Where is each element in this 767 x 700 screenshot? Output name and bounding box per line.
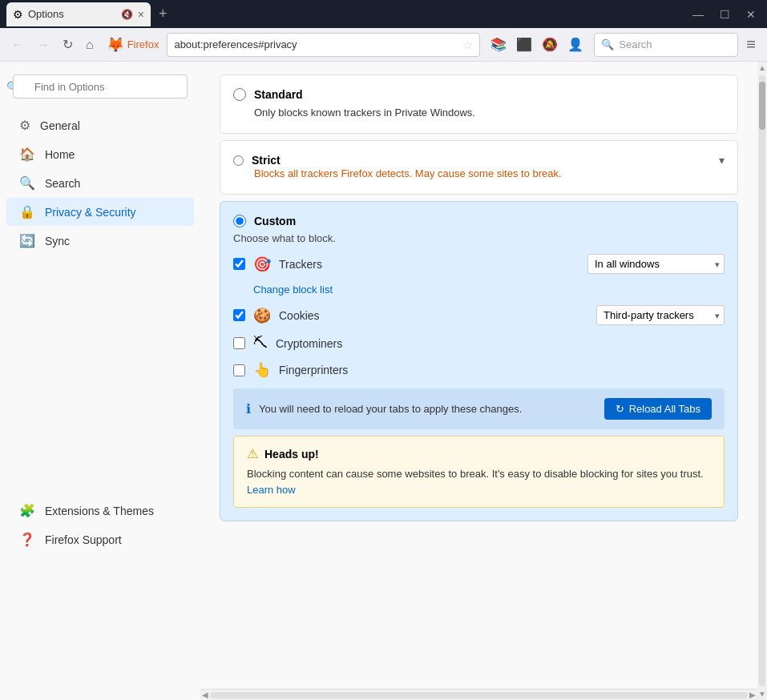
puzzle-icon: 🧩 (19, 503, 35, 518)
title-bar: ⚙ Options 🔇 × + — ☐ ✕ (0, 0, 767, 28)
scroll-thumb[interactable] (759, 82, 765, 130)
reload-all-tabs-button[interactable]: ↻ Reload All Tabs (604, 398, 712, 420)
reload-text: You will need to reload your tabs to app… (259, 403, 596, 415)
toolbar-icons: 📚 ⬛ 🔕 👤 (486, 34, 587, 55)
library-icon[interactable]: 📚 (486, 34, 511, 55)
cookies-dropdown-wrapper: Third-party trackers All third-party coo… (596, 305, 725, 325)
scroll-track[interactable] (759, 75, 765, 686)
minimize-button[interactable]: — (688, 6, 708, 22)
change-block-list-link[interactable]: Change block list (253, 284, 725, 296)
sidebar-item-privacy[interactable]: 🔒 Privacy & Security (6, 198, 194, 226)
sidebar-item-sync[interactable]: 🔄 Sync (6, 227, 194, 255)
active-tab[interactable]: ⚙ Options 🔇 × (6, 2, 151, 26)
url-bar[interactable]: about:preferences#privacy ☆ (167, 33, 480, 57)
heads-up-banner: ⚠ Heads up! Blocking content can cause s… (233, 436, 725, 508)
search-bar[interactable]: 🔍 Search (594, 33, 738, 57)
search-nav-icon: 🔍 (19, 175, 35, 191)
trackers-checkbox[interactable] (233, 258, 245, 270)
learn-how-link[interactable]: Learn how (247, 484, 296, 496)
cookies-dropdown[interactable]: Third-party trackers All third-party coo… (596, 305, 725, 325)
reload-button[interactable]: ↻ (58, 34, 78, 55)
scroll-down-button[interactable]: ▼ (757, 688, 767, 700)
sidebar-item-support-label: Firefox Support (45, 533, 122, 546)
search-placeholder: Search (619, 38, 652, 50)
strict-collapse-arrow[interactable]: ▾ (719, 154, 725, 167)
horizontal-scrollbar[interactable]: ◀ ▶ (200, 689, 757, 700)
bookmark-icon[interactable]: ☆ (462, 38, 473, 51)
standard-radio[interactable] (233, 88, 246, 101)
trackers-label: Trackers (279, 258, 579, 271)
reload-banner: ℹ You will need to reload your tabs to a… (233, 388, 725, 429)
tab-title: Options (28, 8, 116, 20)
lock-icon: 🔒 (19, 204, 35, 219)
find-options-input[interactable] (13, 74, 188, 99)
strict-header-left: Strict (233, 154, 281, 167)
sidebar-item-extensions[interactable]: 🧩 Extensions & Themes (6, 497, 194, 525)
close-button[interactable]: ✕ (741, 6, 761, 22)
tab-close-button[interactable]: × (138, 8, 144, 21)
sidebar-item-home[interactable]: 🏠 Home (6, 140, 194, 168)
sidebar-item-home-label: Home (45, 148, 75, 161)
window-controls: — ☐ ✕ (688, 6, 761, 22)
scroll-up-button[interactable]: ▲ (757, 62, 767, 74)
menu-button[interactable]: ≡ (741, 32, 761, 57)
standard-card: Standard Only blocks known trackers in P… (220, 74, 738, 134)
home-icon: 🏠 (19, 147, 35, 162)
account-icon[interactable]: 👤 (563, 34, 587, 55)
home-button[interactable]: ⌂ (81, 34, 99, 55)
info-icon: ℹ (246, 401, 251, 416)
fingerprinters-label: Fingerprinters (279, 364, 725, 376)
custom-card: Custom Choose what to block. 🎯 Trackers … (220, 201, 738, 521)
sidebar-item-general-label: General (40, 119, 80, 132)
sidebar-item-support[interactable]: ❓ Firefox Support (6, 525, 194, 553)
url-text: about:preferences#privacy (174, 38, 458, 50)
cookies-checkbox[interactable] (233, 309, 245, 321)
scroll-right-button[interactable]: ▶ (749, 690, 756, 699)
sidebar: 🔍 ⚙ General 🏠 Home 🔍 Search 🔒 Privacy & … (0, 62, 200, 700)
custom-radio[interactable] (233, 215, 246, 227)
find-options-wrapper: 🔍 (0, 74, 200, 99)
cryptominers-icon: ⛏ (253, 335, 268, 352)
warning-icon: ⚠ (247, 446, 258, 461)
firefox-label: Firefox (127, 38, 159, 50)
sidebar-item-general[interactable]: ⚙ General (6, 111, 194, 139)
maximize-button[interactable]: ☐ (715, 6, 735, 22)
app-body: 🔍 ⚙ General 🏠 Home 🔍 Search 🔒 Privacy & … (0, 62, 767, 700)
fingerprinters-checkbox[interactable] (233, 364, 245, 376)
strict-label: Strict (252, 154, 281, 167)
fingerprinters-icon: 👆 (253, 361, 271, 379)
sidebar-icon[interactable]: ⬛ (512, 34, 536, 55)
find-options: 🔍 (13, 74, 188, 99)
new-tab-button[interactable]: + (154, 6, 172, 22)
custom-label: Custom (254, 215, 296, 227)
trackers-row: 🎯 Trackers In all windows Only in privat… (233, 254, 725, 274)
reload-btn-label: Reload All Tabs (629, 403, 700, 415)
forward-button[interactable]: → (32, 34, 54, 55)
sidebar-item-search[interactable]: 🔍 Search (6, 169, 194, 197)
vertical-scrollbar[interactable]: ▲ ▼ (757, 62, 767, 700)
sync-icon: 🔄 (19, 233, 35, 248)
cryptominers-row: ⛏ Cryptominers (233, 335, 725, 352)
scroll-left-button[interactable]: ◀ (202, 690, 208, 699)
tab-options-icon: ⚙ (13, 8, 23, 21)
strict-description: Blocks all trackers Firefox detects. May… (254, 167, 725, 181)
mute-icon[interactable]: 🔕 (538, 34, 562, 55)
standard-description: Only blocks known trackers in Private Wi… (254, 106, 725, 120)
trackers-dropdown[interactable]: In all windows Only in private windows (587, 254, 725, 274)
heads-up-text: Blocking content can cause some websites… (247, 466, 711, 497)
cryptominers-label: Cryptominers (276, 337, 725, 350)
strict-radio[interactable] (233, 155, 244, 166)
firefox-logo: 🦊 Firefox (102, 36, 164, 54)
reload-btn-icon: ↻ (616, 403, 624, 415)
h-scroll-track[interactable] (210, 692, 748, 698)
sidebar-item-search-label: Search (45, 177, 80, 190)
back-button[interactable]: ← (6, 34, 29, 55)
nav-bar: ← → ↻ ⌂ 🦊 Firefox about:preferences#priv… (0, 28, 767, 62)
tab-muted-icon[interactable]: 🔇 (121, 9, 133, 20)
help-icon: ❓ (19, 532, 35, 547)
cryptominers-checkbox[interactable] (233, 337, 245, 349)
sidebar-item-privacy-label: Privacy & Security (45, 206, 136, 219)
heads-up-title: Heads up! (264, 448, 319, 461)
main-content: Standard Only blocks known trackers in P… (200, 62, 757, 700)
strict-card: Strict ▾ Blocks all trackers Firefox det… (220, 140, 738, 195)
